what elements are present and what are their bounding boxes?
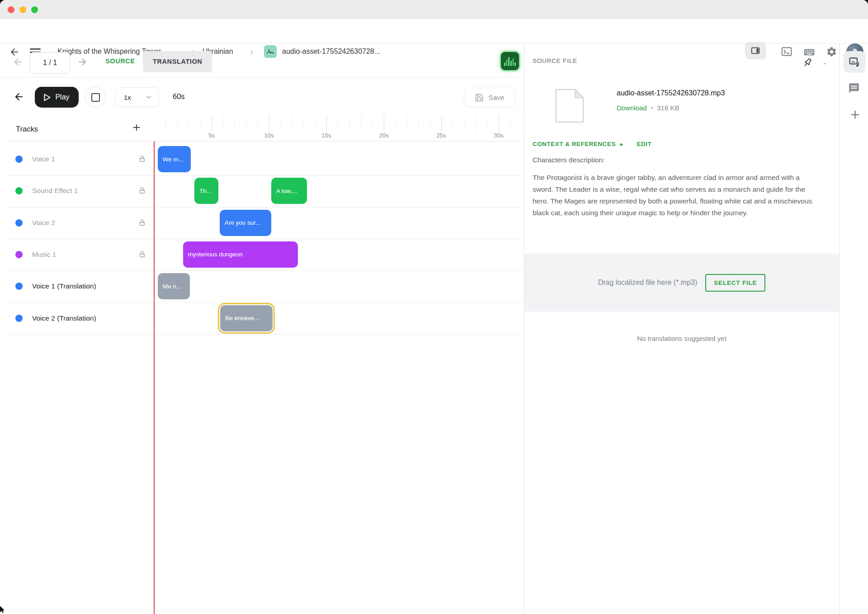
ruler-tick: [223, 115, 223, 132]
add-track-button[interactable]: [129, 120, 144, 135]
mouse-cursor: [0, 606, 6, 614]
chevron-right-icon: [248, 48, 256, 58]
ruler-tick: [280, 115, 281, 132]
dot-separator: •: [651, 104, 653, 111]
ruler-tick: [338, 115, 338, 132]
track-row[interactable]: Voice 1: [0, 143, 154, 175]
timeline-clip[interactable]: Th...: [194, 178, 218, 204]
ruler-tick-label: 20s: [375, 132, 393, 139]
stop-button[interactable]: [85, 87, 106, 108]
ruler-tick: [487, 115, 488, 132]
timeline-clip[interactable]: A low,...: [271, 178, 307, 204]
track-label: Voice 1 (Translation): [32, 282, 96, 290]
comments-tab[interactable]: [848, 82, 860, 96]
clip-label: Th...: [194, 188, 212, 194]
ruler-tick: [395, 115, 396, 132]
toolbar-divider: [0, 77, 524, 78]
ruler-tick: [315, 115, 316, 132]
clip-label: mysterious dungeon: [183, 251, 243, 258]
back-icon[interactable]: [9, 47, 20, 57]
play-button-label: Play: [55, 93, 69, 101]
ruler-tick: [453, 115, 453, 132]
previous-page-icon[interactable]: [13, 57, 24, 69]
lock-icon: [138, 219, 146, 228]
tab-translation[interactable]: TRANSLATION: [143, 51, 212, 72]
track-row[interactable]: Voice 2: [0, 207, 154, 239]
track-color-dot: [15, 315, 23, 322]
terminal-icon[interactable]: [781, 46, 793, 59]
track-color-dot: [15, 251, 23, 258]
tab-source[interactable]: SOURCE: [105, 57, 135, 65]
media-audio-tab[interactable]: [844, 51, 865, 73]
ruler-tick: [384, 115, 384, 132]
save-button-label: Save: [488, 94, 504, 102]
panel-layout-toggle-button[interactable]: [745, 42, 766, 59]
chevron-down-icon[interactable]: [821, 60, 828, 69]
track-row[interactable]: Sound Effect 1: [0, 175, 154, 207]
settings-gear-icon[interactable]: [826, 46, 837, 59]
titlebar: [0, 0, 868, 19]
ruler-tick: [510, 115, 510, 132]
zoom-window-button[interactable]: [31, 6, 38, 13]
ruler-tick: [522, 115, 522, 132]
ruler-tick: [326, 115, 327, 132]
ruler-tick: [165, 115, 166, 132]
row-separator: [6, 207, 524, 208]
clip-label: Ми п...: [158, 283, 181, 290]
source-file-panel-title: SOURCE FILE: [533, 57, 577, 64]
ruler-tick: [476, 115, 476, 132]
minimize-window-button[interactable]: [19, 6, 26, 13]
ruler-tick: [177, 115, 178, 132]
playback-speed-select[interactable]: 1x: [115, 87, 159, 107]
panel-divider: [524, 43, 524, 614]
ruler-tick: [361, 115, 361, 132]
select-file-button[interactable]: SELECT FILE: [705, 274, 765, 292]
download-link[interactable]: Download: [617, 104, 647, 112]
breadcrumb-asset[interactable]: audio-asset-1755242630728...: [282, 47, 380, 56]
row-separator: [6, 239, 524, 239]
timeline-clip[interactable]: mysterious dungeon: [183, 241, 298, 268]
timeline-duration: 60s: [173, 92, 185, 101]
rewind-to-start-icon[interactable]: [14, 91, 24, 102]
ruler-tick: [349, 115, 350, 132]
ruler-tick-label: 10s: [260, 132, 278, 139]
play-button[interactable]: Play: [35, 87, 79, 108]
ruler-tick: [418, 115, 419, 132]
next-page-icon[interactable]: [77, 57, 88, 69]
track-row[interactable]: Music 1: [0, 239, 154, 270]
clip-label: We m...: [158, 156, 184, 163]
edit-link[interactable]: EDIT: [637, 141, 652, 147]
ruler-tick: [212, 115, 212, 132]
header: Knights of the Whispering Tower Ukrainia…: [0, 19, 868, 43]
track-label: Music 1: [32, 250, 56, 259]
track-color-dot: [15, 156, 23, 163]
ruler-tick-label: 15s: [317, 132, 335, 139]
audio-waveform-icon[interactable]: [501, 52, 519, 70]
asset-thumbnail-icon: [264, 45, 277, 58]
caret-right-icon: ▸: [620, 141, 623, 147]
characters-description-title: Characters description:: [533, 156, 604, 164]
ruler-tick: [235, 115, 235, 132]
playback-speed-value: 1x: [124, 94, 131, 101]
timeline-clip[interactable]: We m...: [158, 146, 191, 172]
context-references-link[interactable]: CONTEXT & REFERENCES: [533, 141, 616, 147]
track-row[interactable]: Voice 2 (Translation): [0, 302, 154, 334]
close-window-button[interactable]: [8, 6, 14, 13]
ruler-tick: [292, 115, 292, 132]
add-panel-tab[interactable]: [849, 109, 861, 123]
timeline-clip[interactable]: Ви впевне...: [220, 305, 273, 331]
save-button[interactable]: Save: [464, 88, 515, 107]
track-color-dot: [15, 219, 23, 227]
tracks-header-divider: [6, 141, 524, 142]
page-indicator[interactable]: 1 / 1: [30, 52, 70, 74]
ruler-tick-label: 30s: [490, 132, 508, 139]
localized-file-dropzone[interactable]: Drag localized file here (*.mp3) SELECT …: [524, 254, 839, 312]
playhead[interactable]: [154, 142, 155, 614]
timeline-clip[interactable]: Ми п...: [158, 273, 190, 299]
media-audio-icon: [849, 56, 860, 68]
ruler-tick: [200, 115, 201, 132]
track-row[interactable]: Voice 1 (Translation): [0, 270, 154, 302]
file-meta-row: Download • 316 KB: [617, 104, 679, 112]
app-window: Knights of the Whispering Tower Ukrainia…: [0, 0, 868, 614]
timeline-clip[interactable]: Are you sur...: [220, 210, 271, 236]
